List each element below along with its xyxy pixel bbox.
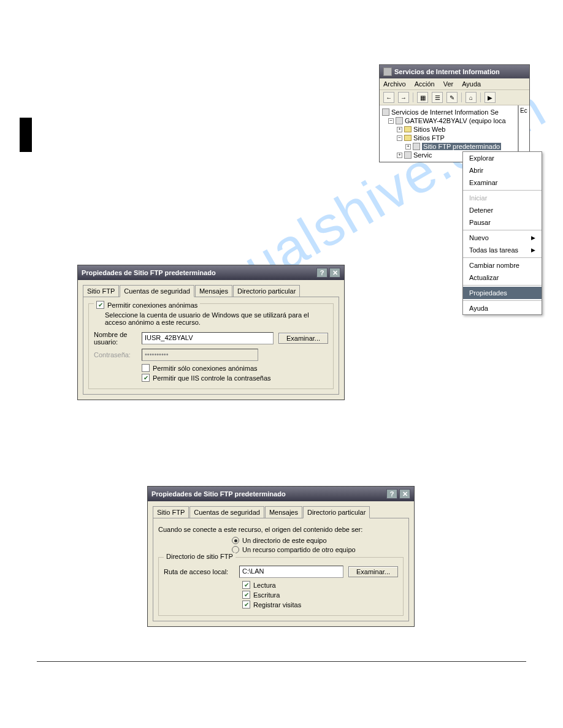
ctx-nuevo[interactable]: Nuevo▶ xyxy=(463,232,542,244)
username-input[interactable]: IUSR_42BYALV xyxy=(142,332,274,344)
checkbox-log[interactable]: ✔ xyxy=(242,601,250,609)
iis-console-window: Servicios de Internet Information Archiv… xyxy=(379,64,530,162)
ctx-examinar[interactable]: Examinar xyxy=(463,176,542,189)
footer-divider xyxy=(37,661,526,662)
label-share: Un recurso compartido de otro equipo xyxy=(242,546,356,553)
ctx-detener[interactable]: Detener xyxy=(463,204,542,216)
tab-directorio-particular[interactable]: Directorio particular xyxy=(233,285,300,297)
back-button[interactable]: ← xyxy=(383,92,394,103)
iis-title-text: Servicios de Internet Information xyxy=(394,68,500,75)
info-text: Seleccione la cuenta de usuario de Windo… xyxy=(94,311,328,326)
tab-cuentas-seguridad[interactable]: Cuentas de seguridad xyxy=(190,506,264,518)
prop-button[interactable]: ✎ xyxy=(446,92,458,103)
checkbox-allow-anonymous[interactable]: ✔ xyxy=(96,301,104,309)
iis-toolbar: ← → ▦ ☰ ✎ ⌂ ▶ xyxy=(380,90,529,105)
label-write: Escritura xyxy=(253,591,280,599)
tree-sitios-web[interactable]: + Sitios Web xyxy=(381,125,516,134)
radio-local-directory[interactable] xyxy=(232,537,239,544)
ctx-iniciar: Iniciar xyxy=(463,192,542,204)
expand-icon[interactable]: + xyxy=(405,144,411,150)
app-icon xyxy=(383,67,392,76)
server-icon xyxy=(382,108,389,116)
close-button[interactable]: ✕ xyxy=(329,268,340,278)
ftp-site-icon xyxy=(413,143,420,150)
menu-accion[interactable]: Acción xyxy=(415,80,435,88)
tab-directorio-particular[interactable]: Directorio particular xyxy=(303,506,370,518)
group-title: Directorio de sitio FTP xyxy=(164,553,236,560)
iis-title-bar: Servicios de Internet Information xyxy=(380,65,529,78)
label-log: Registrar visitas xyxy=(253,601,301,609)
checkbox-read[interactable]: ✔ xyxy=(242,581,250,589)
tab-mensajes[interactable]: Mensajes xyxy=(195,285,232,297)
label-local-directory: Un directorio de este equipo xyxy=(242,537,327,544)
context-menu[interactable]: Explorar Abrir Examinar Iniciar Detener … xyxy=(462,151,542,315)
password-input: •••••••••• xyxy=(142,349,258,361)
label-iis-control: Permitir que IIS controle la contraseñas xyxy=(153,374,271,382)
label-password: Contraseña: xyxy=(94,351,137,358)
help-button[interactable]: ? xyxy=(316,268,327,278)
path-input[interactable]: C:\LAN xyxy=(239,566,343,578)
grid-button[interactable]: ▦ xyxy=(417,92,428,103)
label-username: Nombre de usuario: xyxy=(94,331,137,346)
tree-root[interactable]: Servicios de Internet Information Se xyxy=(381,108,516,116)
tree-ftp-default[interactable]: + Sitio FTP predeterminado xyxy=(381,142,516,151)
browse-button[interactable]: Examinar... xyxy=(278,333,328,344)
tree-sitios-ftp[interactable]: − Sitios FTP xyxy=(381,134,516,142)
collapse-icon[interactable]: − xyxy=(397,135,402,141)
tab-strip: Sitio FTP Cuentas de seguridad Mensajes … xyxy=(78,280,344,297)
chevron-right-icon: ▶ xyxy=(531,247,535,253)
play-button[interactable]: ▶ xyxy=(484,92,496,103)
dialog-title-bar: Propiedades de Sitio FTP predeterminado … xyxy=(78,265,344,280)
expand-icon[interactable]: + xyxy=(397,127,402,132)
iis-menubar[interactable]: Archivo Acción Ver Ayuda xyxy=(380,78,529,90)
ctx-cambiar-nombre[interactable]: Cambiar nombre xyxy=(463,259,542,271)
ctx-propiedades[interactable]: Propiedades xyxy=(463,287,542,299)
help-button[interactable]: ? xyxy=(386,489,397,499)
service-icon xyxy=(404,151,412,159)
tab-sitio-ftp[interactable]: Sitio FTP xyxy=(153,506,189,518)
label-allow-anonymous: Permitir conexiones anónimas xyxy=(107,301,197,309)
ctx-ayuda[interactable]: Ayuda xyxy=(463,302,542,314)
computer-button[interactable]: ⌂ xyxy=(465,92,477,103)
menu-ayuda[interactable]: Ayuda xyxy=(462,80,481,88)
tab-cuentas-seguridad[interactable]: Cuentas de seguridad xyxy=(120,285,194,297)
expand-icon[interactable]: + xyxy=(397,153,402,158)
ctx-abrir[interactable]: Abrir xyxy=(463,164,542,176)
label-only-anonymous: Permitir sólo conexiones anónimas xyxy=(153,365,258,372)
tab-sitio-ftp[interactable]: Sitio FTP xyxy=(83,285,119,297)
ftp-properties-dialog-directory: Propiedades de Sitio FTP predeterminado … xyxy=(147,486,415,627)
label-path: Ruta de acceso local: xyxy=(164,568,234,575)
forward-button[interactable]: → xyxy=(398,92,409,103)
collapse-icon[interactable]: − xyxy=(388,118,394,124)
intro-text: Cuando se conecte a este recurso, el ori… xyxy=(158,526,404,533)
ctx-explorar[interactable]: Explorar xyxy=(463,152,542,164)
tab-panel: Cuando se conecte a este recurso, el ori… xyxy=(153,518,409,621)
checkbox-write[interactable]: ✔ xyxy=(242,591,250,599)
tab-mensajes[interactable]: Mensajes xyxy=(265,506,302,518)
tab-panel: ✔ Permitir conexiones anónimas Seleccion… xyxy=(83,297,339,395)
list-button[interactable]: ☰ xyxy=(432,92,443,103)
ctx-pausar[interactable]: Pausar xyxy=(463,216,542,229)
browse-button[interactable]: Examinar... xyxy=(348,566,398,577)
ftp-properties-dialog-security: Propiedades de Sitio FTP predeterminado … xyxy=(77,265,345,400)
computer-icon xyxy=(396,117,403,124)
close-button[interactable]: ✕ xyxy=(399,489,410,499)
folder-icon xyxy=(404,135,412,141)
menu-archivo[interactable]: Archivo xyxy=(383,80,406,88)
ctx-actualizar[interactable]: Actualizar xyxy=(463,271,542,284)
dialog-title-bar: Propiedades de Sitio FTP predeterminado … xyxy=(148,487,414,501)
checkbox-iis-control[interactable]: ✔ xyxy=(142,374,150,382)
chevron-right-icon: ▶ xyxy=(531,235,535,241)
checkbox-only-anonymous[interactable] xyxy=(142,364,150,372)
folder-icon xyxy=(404,126,412,132)
label-read: Lectura xyxy=(253,582,276,589)
ctx-todas-tareas[interactable]: Todas las tareas▶ xyxy=(463,244,542,256)
page-side-tab xyxy=(20,118,32,152)
tree-computer[interactable]: − GATEWAY-42BYALV (equipo loca xyxy=(381,116,516,125)
tab-strip: Sitio FTP Cuentas de seguridad Mensajes … xyxy=(148,501,414,518)
menu-ver[interactable]: Ver xyxy=(443,80,454,88)
